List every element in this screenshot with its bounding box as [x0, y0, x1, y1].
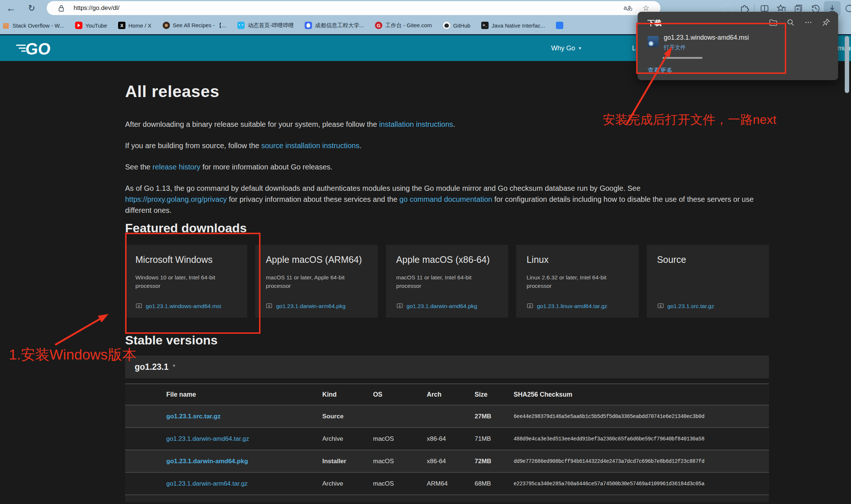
file-link[interactable]: go1.23.1.darwin-amd64.tar.gz — [166, 435, 322, 443]
go-logo[interactable]: GO — [16, 40, 64, 57]
baidu-icon — [305, 22, 312, 29]
youtube-icon — [75, 22, 82, 29]
paragraph-history: See the release history for more informa… — [125, 161, 769, 172]
card-windows: Microsoft Windows Windows 10 or later, I… — [125, 245, 247, 318]
download-file-icon — [135, 303, 142, 310]
table-header-row: File name Kind OS Arch Size SHA256 Check… — [125, 384, 769, 405]
card-macos-x86: Apple macOS (x86-64) macOS 11 or later, … — [386, 245, 508, 318]
address-bar[interactable]: https://go.dev/dl/ aあ ☆ — [47, 1, 660, 15]
browser-window: ← ↻ https://go.dev/dl/ aあ ☆ — [0, 0, 851, 504]
featured-downloads-heading: Featured downloads — [125, 221, 769, 235]
card-description: macOS 11 or later, Apple 64-bit processo… — [266, 273, 367, 290]
copilot-icon[interactable] — [841, 1, 851, 16]
downloads-table: File name Kind OS Arch Size SHA256 Check… — [125, 383, 769, 502]
card-description: Linux 2.6.32 or later, Intel 64-bit proc… — [526, 273, 628, 290]
pin-icon[interactable] — [820, 17, 832, 28]
x-icon: X — [118, 22, 125, 29]
link-go-command-docs[interactable]: go command documentation — [400, 195, 492, 203]
scrollbar-thumb[interactable] — [845, 36, 849, 93]
see-more-link[interactable]: 查看更多 — [648, 66, 673, 75]
open-file-link[interactable]: 打开文件 — [664, 44, 749, 51]
bookmark-stack-overflow[interactable]: ▤Stack Overflow - W... — [2, 22, 64, 29]
toolbar-divider — [754, 4, 755, 13]
reload-icon[interactable]: ↻ — [25, 1, 38, 15]
downloads-popup: 下载 go1.23.1.windows-amd64.msi 打开文件 查看更多 — [638, 12, 838, 80]
favorite-star-icon[interactable]: ☆ — [642, 4, 649, 12]
card-linux: Linux Linux 2.6.32 or later, Intel 64-bi… — [516, 245, 638, 318]
paragraph-source: If you are building from source, follow … — [125, 140, 769, 151]
card-download-link[interactable]: go1.23.1.src.tar.gz — [657, 303, 759, 310]
table-row: go1.23.1.darwin-amd64.pkg Installer macO… — [125, 450, 769, 473]
url-text[interactable]: https://go.dev/dl/ — [74, 4, 624, 12]
bookmark-x-home[interactable]: XHome / X — [118, 22, 152, 29]
bookmark-partial[interactable] — [556, 22, 563, 29]
translate-icon[interactable]: aあ — [624, 4, 633, 12]
lock-icon — [58, 5, 64, 12]
file-link[interactable]: go1.23.1.src.tar.gz — [166, 413, 322, 420]
download-file-icon — [526, 303, 533, 310]
download-file-icon — [266, 303, 273, 310]
search-downloads-icon[interactable] — [785, 17, 796, 28]
msi-installer-icon — [648, 36, 659, 47]
col-kind: Kind — [322, 391, 373, 398]
sha256-value: 488d9e4ca3e3ed513ee4edd91bef3a2360c65fa6… — [514, 436, 769, 442]
table-row: go1.23.1.darwin-amd64.tar.gz Archive mac… — [125, 428, 769, 450]
bookmark-bilibili[interactable]: 动态首页-哔哩哔哩 — [237, 22, 294, 29]
version-selector[interactable]: go1.23.1 ▼ — [125, 355, 769, 378]
open-file-underline — [663, 57, 702, 59]
card-description: Windows 10 or later, Intel 64-bit proces… — [135, 273, 237, 290]
annotation-step2-text: 安装完成后打开文件，一路next — [603, 111, 776, 128]
card-download-link[interactable]: go1.23.1.linux-amd64.tar.gz — [526, 303, 628, 310]
more-options-icon[interactable] — [803, 17, 814, 28]
bookmark-recipes[interactable]: See All Recipes - 【... — [163, 22, 227, 29]
bookmark-cuit[interactable]: 成都信息工程大学... — [305, 22, 364, 29]
col-file-name: File name — [166, 391, 322, 398]
card-title: Source — [657, 254, 759, 265]
bookmark-jni[interactable]: >_Java Native Interfac... — [481, 22, 545, 29]
sha256-value: 6ee44e298379d146a5e5aa6b1c5b5d5f5d0a3365… — [514, 414, 769, 419]
card-description: macOS 11 or later, Intel 64-bit processo… — [396, 273, 498, 290]
chevron-down-icon: ▼ — [578, 46, 582, 50]
card-title: Apple macOS (x86-64) — [396, 254, 498, 265]
file-link[interactable]: go1.23.1.darwin-amd64.pkg — [166, 458, 322, 465]
bookmark-gitee[interactable]: G工作台 - Gitee.com — [375, 22, 432, 29]
bookmark-youtube[interactable]: YouTube — [75, 22, 107, 29]
link-source-installation[interactable]: source installation instructions — [261, 142, 359, 150]
card-download-link[interactable]: go1.23.1.windows-amd64.msi — [135, 303, 237, 310]
table-row: go1.23.1.darwin-arm64.tar.gz Archive mac… — [125, 473, 769, 495]
card-download-link[interactable]: go1.23.1.darwin-arm64.pkg — [266, 303, 367, 310]
github-icon — [443, 22, 450, 29]
featured-cards: Microsoft Windows Windows 10 or later, I… — [125, 245, 769, 318]
back-icon[interactable]: ← — [4, 1, 18, 15]
link-release-history[interactable]: release history — [153, 163, 201, 171]
page-title: All releases — [125, 82, 769, 101]
download-file-icon — [657, 303, 664, 310]
svg-text:GO: GO — [25, 40, 52, 57]
java-terminal-icon: >_ — [481, 22, 489, 29]
stable-versions-heading: Stable versions — [125, 333, 769, 347]
recipes-icon — [163, 22, 170, 29]
file-link[interactable]: go1.23.1.darwin-arm64.tar.gz — [166, 480, 322, 487]
table-row-partial — [125, 495, 769, 502]
open-folder-icon[interactable] — [767, 17, 779, 28]
col-size: Size — [475, 391, 514, 398]
col-os: OS — [373, 391, 427, 398]
bilibili-icon — [237, 22, 245, 29]
paragraph-modules: As of Go 1.13, the go command by default… — [125, 183, 769, 216]
card-download-link[interactable]: go1.23.1.darwin-amd64.pkg — [396, 303, 498, 310]
sha256-value: e223795ca340e285a760a6446ce57a74500b30e5… — [514, 481, 769, 487]
card-title: Microsoft Windows — [135, 254, 237, 265]
col-arch: Arch — [427, 391, 475, 398]
link-proxy-privacy[interactable]: https://proxy.golang.org/privacy — [125, 195, 227, 203]
annotation-step1-text: 1.安装Windows版本 — [9, 345, 136, 365]
card-title: Apple macOS (ARM64) — [266, 254, 367, 265]
bookmark-github[interactable]: GitHub — [443, 22, 471, 29]
nav-why-go[interactable]: Why Go▼ — [551, 35, 582, 61]
download-item[interactable]: go1.23.1.windows-amd64.msi 打开文件 — [648, 34, 749, 51]
downloaded-file-name: go1.23.1.windows-amd64.msi — [664, 34, 749, 42]
col-sha256: SHA256 Checksum — [514, 391, 769, 398]
link-installation-instructions[interactable]: installation instructions — [379, 120, 453, 128]
stackoverflow-icon: ▤ — [2, 22, 10, 29]
card-macos-arm64: Apple macOS (ARM64) macOS 11 or later, A… — [255, 245, 377, 318]
partial-favicon — [556, 22, 563, 29]
